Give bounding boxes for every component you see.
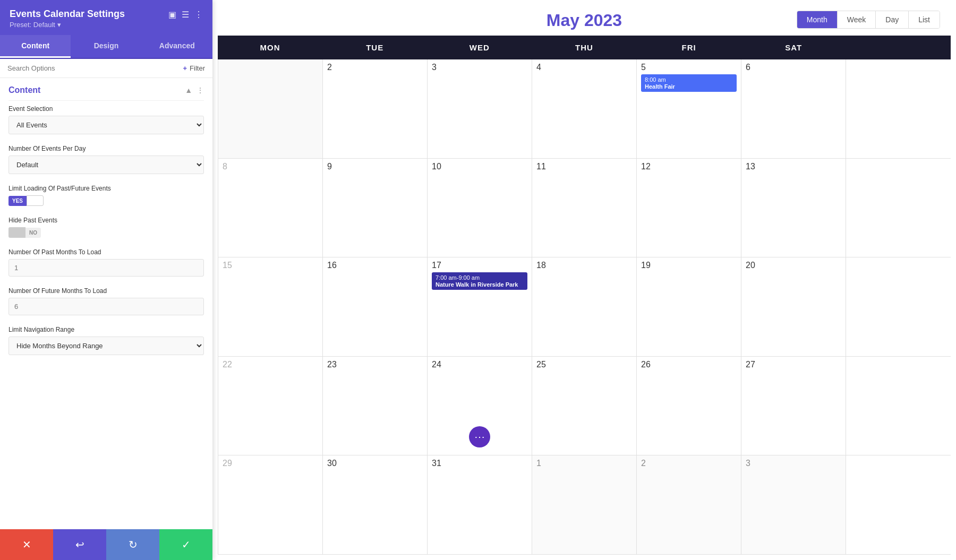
cell-num: 24 [432, 360, 527, 369]
toggle-off-thumb [8, 227, 25, 238]
cell-num: 25 [536, 360, 632, 369]
cell-num: 15 [223, 261, 318, 270]
view-week-button[interactable]: Week [838, 11, 876, 28]
sidebar-preset[interactable]: Preset: Default ▾ [10, 21, 168, 29]
calendar-header: May 2023 Month Week Day List [212, 0, 956, 36]
cell-w5-sat: 3 [741, 455, 846, 554]
section-icons: ▲ ⋮ [185, 86, 204, 94]
add-event-fab[interactable]: ⋯ [469, 426, 490, 447]
view-buttons: Month Week Day List [797, 11, 940, 29]
hide-past-field: Hide Past Events NO [0, 212, 212, 244]
redo-button[interactable]: ↻ [106, 529, 159, 560]
week-4: 22 23 24 ⋯ 25 26 27 [218, 357, 951, 456]
search-input[interactable] [7, 64, 183, 72]
cell-num: 26 [641, 360, 737, 369]
cell-w4-sat: 27 [741, 357, 846, 455]
cell-w4-fri: 26 [637, 357, 741, 455]
tab-design[interactable]: Design [71, 35, 141, 58]
day-header-mon: MON [218, 36, 322, 59]
cell-num: 20 [746, 261, 841, 270]
cell-w5-thu: 1 [532, 455, 637, 554]
events-per-day-field: Number Of Events Per Day Default [0, 141, 212, 180]
cell-num: 27 [746, 360, 841, 369]
view-month-button[interactable]: Month [797, 11, 838, 28]
header-icons: ▣ ☰ ⋮ [168, 10, 203, 20]
sidebar-title: Events Calendar Settings [10, 8, 168, 20]
hide-past-label: Hide Past Events [8, 217, 204, 224]
cell-num: 16 [327, 261, 423, 270]
week-3: 15 16 17 7:00 am-9:00 am Nature Walk in … [218, 257, 951, 357]
cell-w1-tue: 2 [323, 59, 428, 158]
cell-num: 2 [641, 459, 737, 468]
cell-num: 12 [641, 162, 737, 171]
cell-w4-wed: 24 ⋯ [428, 357, 532, 455]
event-selection-select[interactable]: All Events [8, 116, 204, 134]
sidebar-header: Events Calendar Settings Preset: Default… [0, 0, 212, 35]
cell-num: 1 [536, 459, 632, 468]
tab-content[interactable]: Content [0, 35, 71, 58]
event-time: 7:00 am-9:00 am [436, 274, 524, 281]
cell-w1-fri: 5 8:00 am Health Fair [637, 59, 741, 158]
cell-w1-mon [218, 59, 323, 158]
save-button[interactable]: ✓ [159, 529, 212, 560]
collapse-icon[interactable]: ▲ [185, 86, 192, 94]
section-more-icon[interactable]: ⋮ [197, 86, 204, 94]
hide-past-toggle[interactable]: NO [8, 227, 204, 238]
main-area: May 2023 Month Week Day List MON TUE WED… [212, 0, 956, 560]
limit-nav-select[interactable]: Hide Months Beyond Range [8, 337, 204, 355]
cancel-button[interactable]: ✕ [0, 529, 53, 560]
limit-loading-field: Limit Loading Of Past/Future Events YES [0, 180, 212, 212]
sidebar-body: Content ▲ ⋮ Event Selection All Events N… [0, 78, 212, 560]
cell-w4-mon: 22 [218, 357, 323, 455]
calendar-weeks: 2 3 4 5 8:00 am Health Fair 6 [218, 59, 951, 555]
cell-w3-sat: 20 [741, 257, 846, 356]
cell-w5-fri: 2 [637, 455, 741, 554]
event-health-fair[interactable]: 8:00 am Health Fair [641, 74, 737, 92]
cell-num: 6 [746, 63, 841, 72]
content-section-header[interactable]: Content ▲ ⋮ [0, 78, 212, 100]
cell-w2-tue: 9 [323, 159, 428, 257]
event-nature-walk[interactable]: 7:00 am-9:00 am Nature Walk in Riverside… [432, 272, 527, 290]
cell-w3-wed: 17 7:00 am-9:00 am Nature Walk in Rivers… [428, 257, 532, 356]
toggle-no-label: NO [25, 228, 41, 238]
sidebar: Events Calendar Settings Preset: Default… [0, 0, 212, 560]
day-header-fri: FRI [637, 36, 741, 59]
tab-advanced[interactable]: Advanced [142, 35, 212, 58]
view-day-button[interactable]: Day [876, 11, 909, 28]
event-selection-field: Event Selection All Events [0, 101, 212, 141]
cell-num: 3 [746, 459, 841, 468]
cell-w4-thu: 25 [532, 357, 637, 455]
cell-num: 22 [223, 360, 318, 369]
event-selection-label: Event Selection [8, 105, 204, 113]
event-name: Nature Walk in Riverside Park [436, 281, 524, 288]
cell-num: 4 [536, 63, 632, 72]
future-months-input[interactable] [8, 298, 204, 315]
more-icon[interactable]: ⋮ [194, 10, 203, 20]
future-months-label: Number Of Future Months To Load [8, 287, 204, 295]
cell-w5-mon: 29 [218, 455, 323, 554]
past-months-input[interactable] [8, 259, 204, 277]
calendar-grid: MON TUE WED THU FRI SAT 2 3 4 [212, 36, 956, 560]
cell-num: 2 [327, 63, 423, 72]
sidebar-tabs: Content Design Advanced [0, 35, 212, 59]
limit-loading-toggle[interactable]: YES [8, 195, 204, 206]
cell-num: 3 [432, 63, 527, 72]
filter-button[interactable]: + Filter [183, 64, 205, 72]
cell-num: 11 [536, 162, 632, 171]
undo-button[interactable]: ↩ [53, 529, 106, 560]
focus-icon[interactable]: ▣ [168, 10, 176, 20]
filter-label: Filter [190, 64, 205, 72]
limit-nav-label: Limit Navigation Range [8, 326, 204, 333]
cell-num: 31 [432, 459, 527, 468]
layout-icon[interactable]: ☰ [182, 10, 189, 20]
week-1: 2 3 4 5 8:00 am Health Fair 6 [218, 59, 951, 159]
limit-loading-label: Limit Loading Of Past/Future Events [8, 185, 204, 192]
week-2: 8 9 10 11 12 13 [218, 159, 951, 258]
view-list-button[interactable]: List [909, 11, 940, 28]
future-months-field: Number Of Future Months To Load [0, 283, 212, 322]
cell-w1-wed: 3 [428, 59, 532, 158]
cell-w3-mon: 15 [218, 257, 323, 356]
past-months-field: Number Of Past Months To Load [0, 244, 212, 283]
events-per-day-select[interactable]: Default [8, 156, 204, 174]
events-per-day-label: Number Of Events Per Day [8, 145, 204, 152]
